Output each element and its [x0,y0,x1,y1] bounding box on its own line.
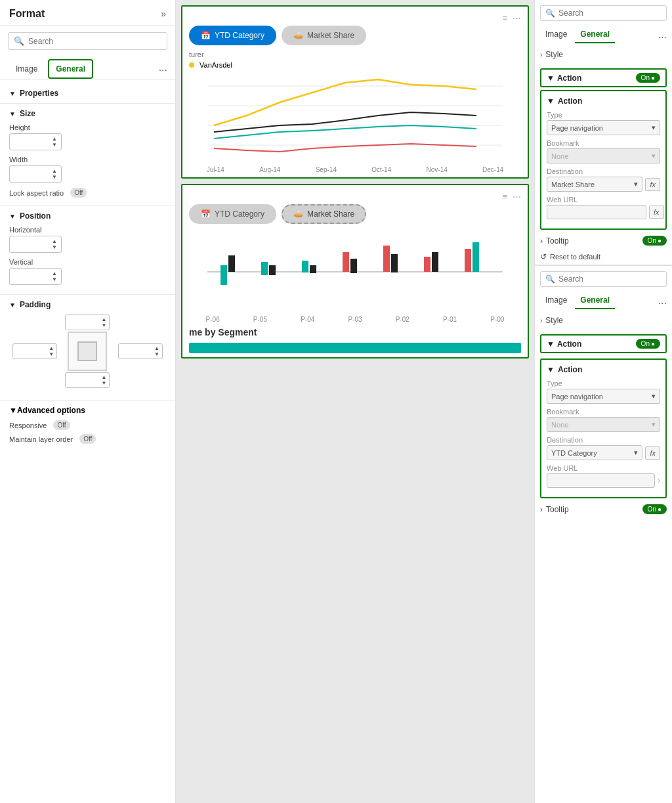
x-label-2: Sep-14 [316,166,337,173]
right-top-reset-row[interactable]: ↺ Reset to default [535,249,672,265]
right-top-toggle-on-label: On [641,74,650,81]
padding-right-spinbox[interactable]: 5 px ▲▼ [118,343,163,359]
chart2-menu-icon[interactable]: ≡ [502,192,507,202]
left-format-panel: Format » 🔍 Image General ... ▼ Propertie… [0,0,176,803]
right-bottom-destination-select[interactable]: YTD Category ▾ [547,445,642,460]
height-label: Height [9,123,166,131]
right-top-search-box[interactable]: 🔍 [540,5,667,21]
right-bottom-bookmark-label: Bookmark [547,408,660,416]
right-top-bookmark-select[interactable]: None ▾ [547,148,660,163]
right-bottom-tab-image[interactable]: Image [540,292,572,309]
properties-header[interactable]: ▼ Properties [0,85,175,102]
right-bottom-dots-icon[interactable]: ... [658,295,667,307]
right-bottom-tab-general[interactable]: General [575,292,615,309]
right-top-tab-image[interactable]: Image [540,26,572,43]
right-top-type-field: Type Page navigation ▾ [547,111,660,135]
left-panel-scroll[interactable]: ▼ Properties ▼ Size Height 66 ▲▼ [0,79,175,803]
advanced-header[interactable]: ▼ Advanced options [9,406,166,415]
padding-bottom-input[interactable]: 5 px [68,376,93,384]
padding-header[interactable]: ▼ Padding [9,300,166,309]
maintain-layer-toggle[interactable]: Off [79,434,96,444]
right-bottom-tooltip-row[interactable]: › Tooltip On ● [535,501,672,517]
right-top-weburl-input[interactable] [547,205,646,219]
right-bottom-type-field: Type Page navigation ▾ [547,380,660,404]
right-bottom-type-select[interactable]: Page navigation ▾ [547,389,660,404]
right-top-tab-general[interactable]: General [575,26,615,43]
vertical-input[interactable]: 0 [14,272,47,281]
right-top-search-input[interactable] [558,9,662,18]
chart1-menu-icon[interactable]: ≡ [502,13,507,23]
right-bottom-bookmark-select[interactable]: None ▾ [547,417,660,432]
width-arrows[interactable]: ▲▼ [52,168,57,180]
padding-right-input[interactable]: 5 px [121,347,146,355]
right-top-destination-select[interactable]: Market Share ▾ [547,177,642,192]
position-header[interactable]: ▼ Position [9,211,166,221]
right-top-type-select[interactable]: Page navigation ▾ [547,120,660,135]
right-top-style-row[interactable]: › Style [540,47,667,62]
chart2-market-label: Market Share [307,209,354,219]
right-bottom-search-input[interactable] [558,274,662,284]
right-bottom-action-toggle[interactable]: On ● [636,339,660,349]
right-top-action-toggle[interactable]: On ● [636,73,660,83]
right-top-tooltip-row[interactable]: › Tooltip On ● [535,232,672,249]
chart1-dots-icon[interactable]: ⋯ [513,13,521,23]
height-input[interactable]: 66 [14,137,47,146]
bottom-action-chevron-icon: ▼ [547,339,555,349]
right-top-weburl-fx-button[interactable]: fx [649,206,664,219]
right-bottom-style-row[interactable]: › Style [540,313,667,328]
svg-rect-7 [261,262,268,275]
padding-center-box [68,332,107,371]
vertical-spinbox[interactable]: 0 ▲▼ [9,268,62,285]
right-top-tooltip-toggle[interactable]: On ● [642,236,667,246]
right-top-action-toggle-label: ▼ Action [547,74,581,83]
padding-left-spinbox[interactable]: 5 px ▲▼ [12,343,57,359]
right-bottom-destination-fx-button[interactable]: fx [645,446,660,460]
padding-bottom-spinbox[interactable]: 5 px ▲▼ [65,372,110,388]
right-bottom-weburl-field: Web URL › [547,464,660,488]
size-header[interactable]: ▼ Size [9,109,166,118]
chart2-ytd-category-button[interactable]: 📅 YTD Category [189,204,276,224]
svg-rect-5 [220,265,227,285]
padding-top-input[interactable]: 5 px [68,318,93,326]
horizontal-input[interactable]: 702 [14,240,47,249]
right-bottom-weburl-input[interactable] [547,473,655,488]
right-top-destination-value: Market Share [551,181,595,188]
calendar-icon: 📅 [201,31,211,40]
vertical-arrows[interactable]: ▲▼ [52,271,57,282]
right-top-dots-icon[interactable]: ... [658,29,667,41]
left-search-box[interactable]: 🔍 [8,32,167,50]
height-spinbox[interactable]: 66 ▲▼ [9,133,62,150]
right-bottom-tooltip-toggle[interactable]: On ● [642,504,667,514]
right-bottom-tabs: Image General ... [535,292,672,309]
horizontal-spinbox[interactable]: 702 ▲▼ [9,236,62,253]
padding-left-input[interactable]: 5 px [16,347,41,355]
position-section: ▼ Position Horizontal 702 ▲▼ Vertical 0 … [0,207,175,293]
right-top-weburl-row: fx [547,205,660,219]
left-search-input[interactable] [28,37,161,46]
right-top-destination-fx-button[interactable]: fx [645,178,660,191]
width-input[interactable]: 121 [14,169,47,179]
padding-top-spinbox[interactable]: 5 px ▲▼ [65,315,110,330]
chart2-dots-icon[interactable]: ⋯ [513,192,521,202]
panel-collapse-button[interactable]: » [161,9,166,19]
responsive-field: Responsive Off [9,420,166,430]
bar-chart-svg-2 [189,229,521,315]
chart2-market-share-button[interactable]: 🥧 Market Share [282,204,366,224]
tab-dots-icon[interactable]: ... [159,62,167,76]
chart1-market-share-button[interactable]: 🥧 Market Share [282,26,366,45]
lock-aspect-toggle[interactable]: Off [70,188,87,198]
width-spinbox[interactable]: 121 ▲▼ [9,165,62,183]
bottom-type-chevron-down-icon: ▾ [652,392,656,401]
right-top-type-value: Page navigation [551,124,603,132]
horizontal-arrows[interactable]: ▲▼ [52,238,57,250]
right-bottom-search-box[interactable]: 🔍 [540,271,667,287]
horizontal-label: Horizontal [9,226,166,234]
chart1-ytd-category-button[interactable]: 📅 YTD Category [189,26,276,45]
height-arrows[interactable]: ▲▼ [52,136,57,148]
reset-icon: ↺ [540,252,547,261]
responsive-toggle[interactable]: Off [53,420,70,430]
right-bottom-destination-value: YTD Category [551,449,597,457]
tab-general[interactable]: General [48,59,93,79]
right-bottom-type-value: Page navigation [551,393,603,401]
tab-image[interactable]: Image [8,59,45,79]
